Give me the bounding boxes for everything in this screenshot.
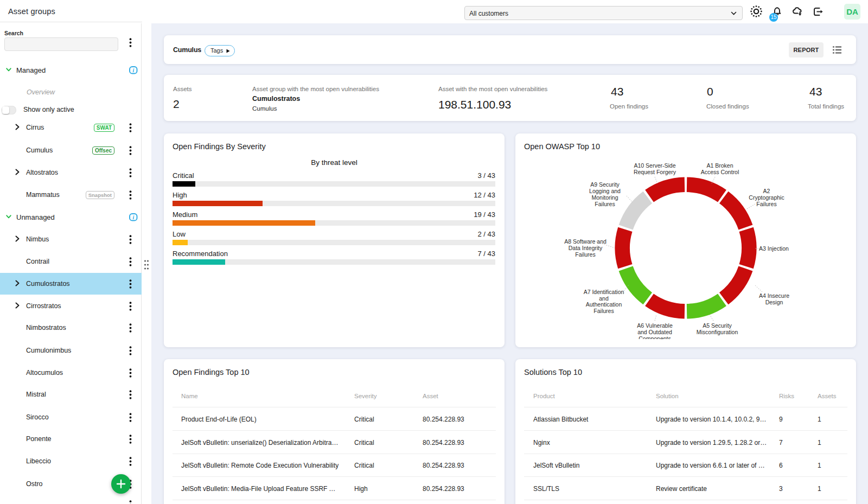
- svg-text:A7 IdentificationandAuthentica: A7 IdentificationandAuthenticationFailur…: [584, 289, 624, 314]
- svg-text:i: i: [133, 67, 135, 73]
- svg-text:i: i: [133, 214, 135, 220]
- svg-text:A1 BrokenAccess Control: A1 BrokenAccess Control: [701, 162, 739, 175]
- svg-text:A6 Vulnerableand OutdatedCompo: A6 Vulnerableand OutdatedComponents: [637, 322, 673, 339]
- svg-text:A9 SecurityLogging andMonitori: A9 SecurityLogging andMonitoringFailures: [589, 181, 621, 207]
- svg-text:A4 InsecureDesign: A4 InsecureDesign: [759, 292, 789, 305]
- svg-text:A5 SecurityMisconfiguration: A5 SecurityMisconfiguration: [697, 322, 738, 335]
- svg-text:A10 Server-SideRequest Forgery: A10 Server-SideRequest Forgery: [634, 162, 676, 175]
- svg-text:A3 Injection: A3 Injection: [759, 245, 789, 252]
- svg-text:A8 Software andData IntegrityF: A8 Software andData IntegrityFailures: [564, 238, 607, 258]
- svg-text:A2CryptographicFailures: A2CryptographicFailures: [749, 188, 784, 207]
